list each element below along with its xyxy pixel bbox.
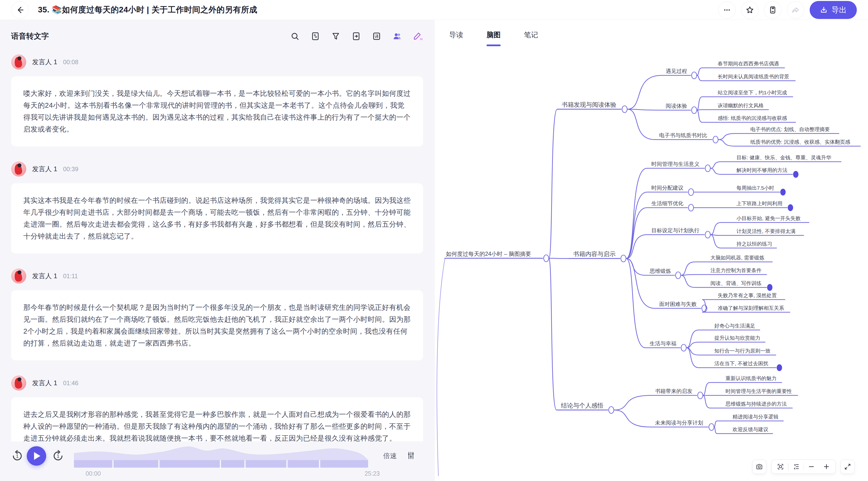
mindmap-collapse-toggle[interactable] bbox=[698, 392, 703, 399]
progress-segment[interactable] bbox=[159, 460, 220, 468]
tab-guide[interactable]: 导读 bbox=[449, 30, 463, 46]
snapshot-button[interactable] bbox=[752, 460, 766, 474]
forward-1-button[interactable]: 1 bbox=[51, 449, 65, 463]
mindmap-node-label[interactable]: 诙谐幽默的行文风格 bbox=[718, 102, 764, 108]
filter-icon[interactable] bbox=[330, 31, 341, 42]
back-button[interactable] bbox=[11, 1, 29, 19]
mindmap-collapse-toggle[interactable] bbox=[622, 106, 627, 113]
zoom-out-button[interactable] bbox=[804, 460, 819, 474]
mindmap-collapse-toggle[interactable] bbox=[692, 107, 697, 114]
mindmap-node-label[interactable]: 遇见过程 bbox=[666, 68, 687, 74]
mindmap-node-label[interactable]: 春节期间在西西弗书店偶遇 bbox=[718, 61, 779, 66]
mindmap-collapse-toggle[interactable] bbox=[688, 189, 694, 196]
transcript-doc-icon[interactable] bbox=[310, 31, 321, 42]
mindmap-collapse-toggle[interactable] bbox=[692, 72, 697, 79]
replay-1-button[interactable]: 1 bbox=[10, 449, 24, 463]
progress-segment[interactable] bbox=[114, 460, 158, 468]
mindmap-node-label[interactable]: 如何度过每天的24小时 – 脑图摘要 bbox=[446, 251, 531, 257]
fullscreen-button[interactable] bbox=[840, 460, 855, 474]
tab-mindmap[interactable]: 脑图 bbox=[487, 30, 501, 46]
mindmap-node-label[interactable]: 感悟: 纸质书的沉浸感与收获感 bbox=[718, 115, 787, 121]
progress-segment[interactable] bbox=[246, 460, 286, 468]
mindmap-collapse-toggle[interactable] bbox=[676, 272, 681, 279]
mindmap-node-label[interactable]: 阅读、背诵、写作训练 bbox=[710, 280, 762, 286]
timestamp[interactable]: 00:39 bbox=[63, 166, 79, 173]
mindmap-node-label[interactable]: 失败乃常有之事, 漠然处置 bbox=[718, 293, 777, 298]
tune-sliders-icon[interactable] bbox=[406, 451, 416, 461]
mindmap-node-label[interactable]: 解决时间不够用的方法 bbox=[737, 167, 787, 173]
translate-icon[interactable]: 译 bbox=[371, 31, 382, 42]
mindmap-node-label[interactable]: 电子书与纸质书对比 bbox=[659, 132, 707, 138]
mindmap-node-label[interactable]: 纸质书的优势: 沉浸感、收获感、实体翻页感 bbox=[750, 139, 850, 145]
mindmap-collapse-toggle[interactable] bbox=[705, 231, 710, 238]
transcript-text[interactable]: 其实这本书我是在今年春节的时候在一个书店碰到的。说起书店这种场所，我觉得其实它是… bbox=[11, 183, 423, 253]
mindmap-node-label[interactable]: 面对困难与失败 bbox=[659, 301, 696, 307]
mindmap-node-label[interactable]: 每周抽出7.5小时 bbox=[737, 185, 774, 191]
mindmap-node-label[interactable]: 大脑如同机器, 需要锻炼 bbox=[710, 255, 765, 261]
mindmap-node-label[interactable]: 提升认知与欣赏能力 bbox=[714, 335, 760, 341]
export-button[interactable]: 导出 bbox=[810, 1, 857, 19]
mindmap-node-label[interactable]: 重新认识纸质书的魅力 bbox=[725, 375, 777, 381]
open-doc-icon[interactable] bbox=[351, 31, 362, 42]
mindmap-node-label[interactable]: 电子书的优点: 划线、自动整理摘要 bbox=[750, 126, 830, 132]
timestamp[interactable]: 01:11 bbox=[63, 273, 78, 280]
mindmap-collapse-toggle[interactable] bbox=[544, 255, 549, 262]
transcript-text[interactable]: 喽大家好，欢迎来到门没关，我是绿大仙儿。今天想试着聊一本书，是一本比较轻松可爱的… bbox=[11, 77, 423, 146]
transcript-text[interactable]: 进去之后又是我刚才形容的那种感觉，我甚至觉得它是一种多巴胺作祟，就是一个人面对自… bbox=[11, 397, 423, 441]
favorite-button[interactable] bbox=[741, 1, 758, 19]
mindmap-node-label[interactable]: 活在当下, 不被过去困扰 bbox=[714, 361, 768, 366]
mindmap-node-label[interactable]: 书籍发现与阅读体验 bbox=[562, 101, 616, 108]
outline-collapse-button[interactable] bbox=[788, 460, 804, 474]
search-icon[interactable] bbox=[289, 31, 301, 42]
mindmap-node-label[interactable]: 书籍内容与启示 bbox=[573, 250, 616, 257]
zoom-in-button[interactable] bbox=[819, 460, 834, 474]
mindmap-node-label[interactable]: 好奇心与生活满足 bbox=[714, 323, 755, 329]
transcript-text[interactable]: 那今年春节的时候是什么一个契机呢？是因为当时约了一个很多年没见的一个朋友，也是当… bbox=[11, 290, 423, 360]
mindmap-node-label[interactable]: 未来阅读与分享计划 bbox=[655, 420, 703, 426]
playback-speed-button[interactable]: 倍速 bbox=[383, 451, 397, 460]
mindmap-node-label[interactable]: 精进阅读与分享逻辑 bbox=[733, 414, 778, 419]
mindmap-node-label[interactable]: 书籍带来的启发 bbox=[655, 388, 692, 394]
share-button[interactable] bbox=[787, 1, 804, 19]
mindmap-node-label[interactable]: 生活细节优化 bbox=[651, 200, 683, 206]
mindmap-node-label[interactable]: 阅读体验 bbox=[666, 103, 687, 109]
play-button[interactable] bbox=[27, 446, 46, 466]
mindmap-collapse-toggle[interactable] bbox=[709, 424, 714, 430]
mindmap-collapse-toggle[interactable] bbox=[621, 255, 626, 262]
mindmap-node-label[interactable]: 准确了解与深刻理解相互关系 bbox=[718, 305, 784, 311]
mindmap-node-label[interactable]: 知行合一与行为原则一致 bbox=[714, 348, 771, 354]
mindmap-collapse-toggle[interactable] bbox=[688, 204, 694, 211]
mindmap-node-label[interactable]: 时间管理与生活平衡的重要性 bbox=[725, 388, 792, 394]
mindmap-node-label[interactable]: 上下班路上时间利用 bbox=[737, 201, 782, 206]
tab-notes[interactable]: 笔记 bbox=[524, 30, 538, 46]
mindmap-node-label[interactable]: 生活与幸福 bbox=[650, 340, 676, 347]
progress-segment[interactable] bbox=[320, 460, 368, 468]
mindmap-canvas[interactable]: 如何度过每天的24小时 – 脑图摘要书籍发现与阅读体验遇见过程春节期间在西西弗书… bbox=[434, 44, 868, 481]
mindmap-node-label[interactable]: 长时间未认真阅读纸质书的背景 bbox=[718, 74, 789, 79]
mindmap-node-label[interactable]: 目标: 健康、快乐、金钱、尊重、灵魂升华 bbox=[737, 155, 831, 160]
progress-bar[interactable] bbox=[74, 460, 368, 468]
speakers-icon[interactable] bbox=[392, 31, 403, 42]
mindmap-node-label[interactable]: 站立阅读至坐下，约1小时完成 bbox=[717, 90, 787, 95]
ai-edit-icon[interactable]: AI bbox=[412, 31, 423, 42]
mindmap-collapse-toggle[interactable] bbox=[713, 136, 718, 143]
mindmap-collapse-toggle[interactable] bbox=[609, 407, 614, 413]
mindmap-node-label[interactable]: 计划灵活性, 不要排得太满 bbox=[737, 228, 796, 234]
save-note-button[interactable] bbox=[764, 1, 781, 19]
more-button[interactable] bbox=[718, 1, 736, 19]
mindmap-node-label[interactable]: 思维锻炼与持续进步的方法 bbox=[725, 401, 787, 407]
mindmap-node-label[interactable]: 小目标开始, 避免一开头失败 bbox=[737, 215, 801, 221]
mindmap-node-label[interactable]: 思维锻炼 bbox=[649, 268, 671, 274]
progress-segment[interactable] bbox=[288, 460, 319, 468]
fit-view-button[interactable] bbox=[773, 460, 788, 474]
timestamp[interactable]: 00:08 bbox=[63, 59, 79, 66]
waveform-scrubber[interactable] bbox=[74, 444, 368, 468]
mindmap-collapse-toggle[interactable] bbox=[705, 165, 710, 172]
progress-segment[interactable] bbox=[74, 460, 112, 468]
mindmap-node-label[interactable]: 时间管理与生活意义 bbox=[651, 161, 700, 167]
mindmap-node-label[interactable]: 持之以恒的练习 bbox=[737, 241, 772, 247]
progress-segment[interactable] bbox=[221, 460, 244, 468]
mindmap-node-label[interactable]: 结论与个人感悟 bbox=[561, 402, 603, 409]
mindmap-node-label[interactable]: 注意力控制为首要条件 bbox=[710, 268, 762, 273]
mindmap-collapse-toggle[interactable] bbox=[681, 344, 686, 351]
